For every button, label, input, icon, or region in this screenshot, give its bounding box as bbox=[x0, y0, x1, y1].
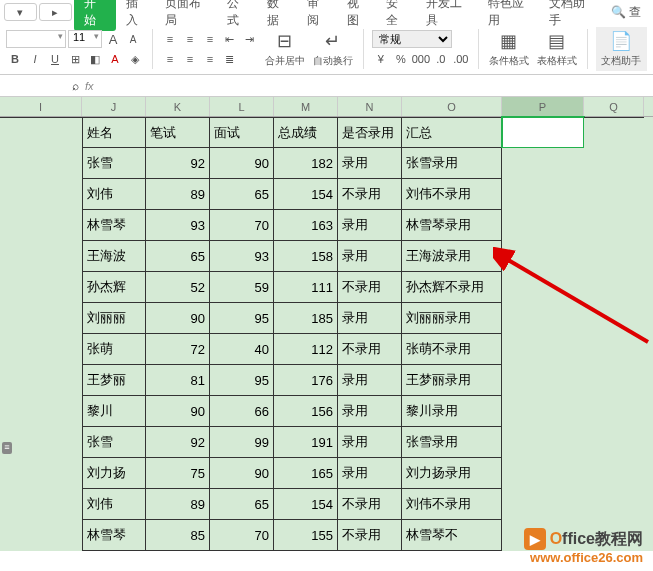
decimal-increase-button[interactable]: .0 bbox=[432, 50, 450, 68]
cell-written[interactable]: 89 bbox=[146, 489, 210, 520]
blank-cell[interactable] bbox=[0, 179, 82, 210]
cell-name[interactable]: 刘伟 bbox=[82, 179, 146, 210]
blank-cell[interactable] bbox=[584, 303, 644, 334]
cell-summary[interactable]: 张雪录用 bbox=[402, 148, 502, 179]
cell-name[interactable]: 刘丽丽 bbox=[82, 303, 146, 334]
cell-interview[interactable]: 59 bbox=[210, 272, 274, 303]
blank-cell[interactable] bbox=[0, 117, 82, 148]
cell-summary[interactable]: 孙杰辉不录用 bbox=[402, 272, 502, 303]
cell-hired[interactable]: 不录用 bbox=[338, 272, 402, 303]
cell-hired[interactable]: 录用 bbox=[338, 303, 402, 334]
indent-decrease-button[interactable]: ⇤ bbox=[221, 30, 239, 48]
cell-written[interactable]: 52 bbox=[146, 272, 210, 303]
cell-interview[interactable]: 70 bbox=[210, 520, 274, 551]
cell-hired[interactable]: 录用 bbox=[338, 210, 402, 241]
blank-cell[interactable] bbox=[0, 365, 82, 396]
cell-interview[interactable]: 93 bbox=[210, 241, 274, 272]
col-header-L[interactable]: L bbox=[210, 97, 274, 116]
cell-interview[interactable]: 90 bbox=[210, 458, 274, 489]
blank-cell[interactable] bbox=[584, 489, 644, 520]
cell-summary[interactable]: 刘丽丽录用 bbox=[402, 303, 502, 334]
cell-summary[interactable]: 刘力扬录用 bbox=[402, 458, 502, 489]
spreadsheet-grid[interactable]: I J K L M N O P Q 姓名 笔试 面试 总成绩 是否录用 汇总 张… bbox=[0, 97, 653, 551]
font-size-select[interactable]: 11 bbox=[68, 30, 102, 48]
cell-total[interactable]: 191 bbox=[274, 427, 338, 458]
cell-interview[interactable]: 99 bbox=[210, 427, 274, 458]
dropdown-button-2[interactable]: ▸ bbox=[39, 3, 72, 21]
merge-center-button[interactable]: ⊟ 合并居中 bbox=[263, 27, 307, 71]
blank-cell[interactable] bbox=[0, 241, 82, 272]
blank-cell[interactable] bbox=[584, 179, 644, 210]
percent-button[interactable]: % bbox=[392, 50, 410, 68]
cell-written[interactable]: 92 bbox=[146, 148, 210, 179]
cell-summary[interactable]: 黎川录用 bbox=[402, 396, 502, 427]
col-header-K[interactable]: K bbox=[146, 97, 210, 116]
cell-written[interactable]: 89 bbox=[146, 179, 210, 210]
comma-button[interactable]: 000 bbox=[412, 50, 430, 68]
justify-button[interactable]: ≣ bbox=[221, 50, 239, 68]
cell-name[interactable]: 林雪琴 bbox=[82, 210, 146, 241]
align-middle-button[interactable]: ≡ bbox=[181, 30, 199, 48]
header-written[interactable]: 笔试 bbox=[146, 117, 210, 148]
cell-name[interactable]: 黎川 bbox=[82, 396, 146, 427]
blank-cell[interactable] bbox=[502, 427, 584, 458]
cell-total[interactable]: 158 bbox=[274, 241, 338, 272]
cell-total[interactable]: 163 bbox=[274, 210, 338, 241]
font-decrease-button[interactable]: A bbox=[124, 30, 142, 48]
cell-hired[interactable]: 不录用 bbox=[338, 334, 402, 365]
cell-summary[interactable]: 刘伟不录用 bbox=[402, 489, 502, 520]
cell-hired[interactable]: 录用 bbox=[338, 241, 402, 272]
cell-written[interactable]: 75 bbox=[146, 458, 210, 489]
tab-dev[interactable]: 开发工具 bbox=[418, 0, 478, 32]
cell-hired[interactable]: 不录用 bbox=[338, 489, 402, 520]
cell-total[interactable]: 156 bbox=[274, 396, 338, 427]
fx-icon[interactable]: ⌕ bbox=[72, 79, 79, 93]
align-top-button[interactable]: ≡ bbox=[161, 30, 179, 48]
align-left-button[interactable]: ≡ bbox=[161, 50, 179, 68]
scroll-handle[interactable]: ≡ bbox=[2, 442, 12, 454]
cell-summary[interactable]: 林雪琴不 bbox=[402, 520, 502, 551]
number-format-select[interactable]: 常规 bbox=[372, 30, 452, 48]
cell-hired[interactable]: 不录用 bbox=[338, 520, 402, 551]
col-header-M[interactable]: M bbox=[274, 97, 338, 116]
font-family-select[interactable] bbox=[6, 30, 66, 48]
font-color-button[interactable]: A bbox=[106, 50, 124, 68]
cell-interview[interactable]: 65 bbox=[210, 489, 274, 520]
cell-summary[interactable]: 刘伟不录用 bbox=[402, 179, 502, 210]
tab-layout[interactable]: 页面布局 bbox=[157, 0, 217, 32]
header-total[interactable]: 总成绩 bbox=[274, 117, 338, 148]
dropdown-button[interactable]: ▾ bbox=[4, 3, 37, 21]
col-header-J[interactable]: J bbox=[82, 97, 146, 116]
blank-cell[interactable] bbox=[584, 241, 644, 272]
blank-cell[interactable] bbox=[0, 148, 82, 179]
blank-cell[interactable] bbox=[502, 458, 584, 489]
cell-name[interactable]: 孙杰辉 bbox=[82, 272, 146, 303]
blank-cell[interactable] bbox=[502, 179, 584, 210]
blank-cell[interactable] bbox=[502, 489, 584, 520]
decimal-decrease-button[interactable]: .00 bbox=[452, 50, 470, 68]
cell-written[interactable]: 92 bbox=[146, 427, 210, 458]
italic-button[interactable]: I bbox=[26, 50, 44, 68]
cell-interview[interactable]: 95 bbox=[210, 365, 274, 396]
blank-cell[interactable] bbox=[584, 272, 644, 303]
cell-total[interactable]: 165 bbox=[274, 458, 338, 489]
cell-interview[interactable]: 40 bbox=[210, 334, 274, 365]
blank-cell[interactable] bbox=[584, 396, 644, 427]
align-center-button[interactable]: ≡ bbox=[181, 50, 199, 68]
blank-cell[interactable] bbox=[584, 210, 644, 241]
tab-insert[interactable]: 插入 bbox=[118, 0, 156, 32]
cell-interview[interactable]: 66 bbox=[210, 396, 274, 427]
fill-color-button[interactable]: ◧ bbox=[86, 50, 104, 68]
cell-hired[interactable]: 录用 bbox=[338, 427, 402, 458]
cell-total[interactable]: 111 bbox=[274, 272, 338, 303]
bold-button[interactable]: B bbox=[6, 50, 24, 68]
blank-cell[interactable] bbox=[502, 241, 584, 272]
blank-cell[interactable] bbox=[0, 520, 82, 551]
blank-cell[interactable] bbox=[502, 272, 584, 303]
blank-cell[interactable] bbox=[502, 365, 584, 396]
tab-start[interactable]: 开始 bbox=[74, 0, 116, 31]
header-interview[interactable]: 面试 bbox=[210, 117, 274, 148]
cell-total[interactable]: 155 bbox=[274, 520, 338, 551]
cell-total[interactable]: 154 bbox=[274, 489, 338, 520]
indent-increase-button[interactable]: ⇥ bbox=[241, 30, 259, 48]
